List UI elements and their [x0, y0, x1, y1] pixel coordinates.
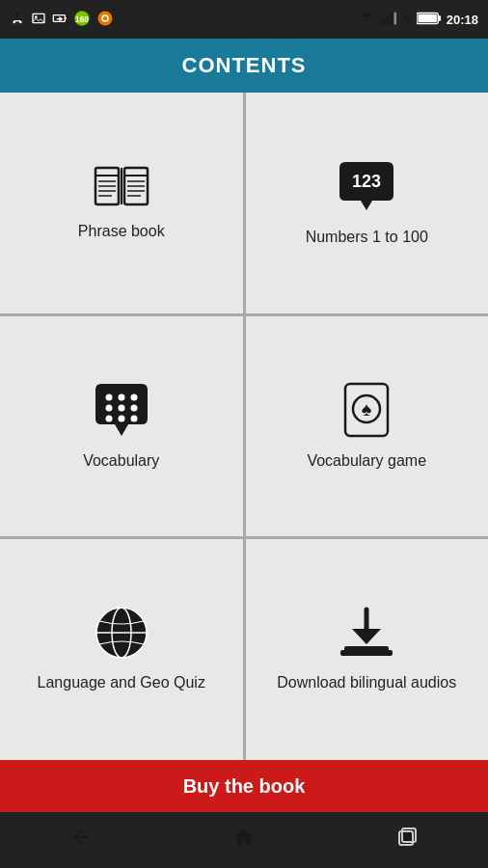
- vocabulary-icon: [94, 382, 149, 438]
- status-bar: 160: [0, 0, 488, 39]
- svg-point-33: [105, 393, 112, 400]
- numbers-label: Numbers 1 to 100: [306, 228, 428, 248]
- nav-bar: [0, 812, 488, 868]
- vocabulary-game-icon: ♠: [341, 382, 392, 438]
- download-icon: [339, 606, 394, 660]
- phrase-book-icon: [94, 164, 149, 208]
- language-geo-icon: [95, 606, 149, 660]
- svg-rect-14: [391, 13, 393, 24]
- svg-rect-5: [65, 16, 66, 19]
- battery-icon: [417, 12, 442, 28]
- battery-saving-icon: [52, 11, 68, 29]
- buy-button[interactable]: Buy the book: [0, 760, 488, 812]
- phrase-book-label: Phrase book: [78, 222, 165, 242]
- back-button[interactable]: [50, 816, 112, 864]
- svg-text:160: 160: [75, 14, 89, 23]
- svg-point-10: [103, 15, 108, 20]
- grid-item-vocabulary[interactable]: Vocabulary: [0, 316, 243, 537]
- image-icon: [31, 11, 46, 29]
- signal-icon: [380, 12, 397, 28]
- vocabulary-game-label: Vocabulary game: [307, 451, 426, 472]
- circle-green-icon: 160: [73, 10, 91, 30]
- usb-icon: [10, 11, 25, 29]
- language-geo-label: Language and Geo Quiz: [38, 673, 205, 693]
- status-bar-left: 160: [10, 10, 114, 30]
- grid-item-language-geo[interactable]: Language and Geo Quiz: [0, 539, 243, 760]
- svg-rect-12: [383, 18, 386, 24]
- svg-point-40: [118, 415, 124, 421]
- grid-item-phrase-book[interactable]: Phrase book: [0, 93, 243, 313]
- svg-rect-50: [340, 650, 393, 656]
- vocabulary-label: Vocabulary: [83, 451, 159, 472]
- orange-circle-icon: [96, 10, 114, 30]
- svg-point-36: [105, 404, 112, 411]
- svg-point-35: [130, 393, 137, 400]
- buy-button-label: Buy the book: [183, 775, 306, 798]
- page-title: CONTENTS: [182, 53, 307, 78]
- status-bar-right: 20:18: [358, 12, 478, 28]
- time: 20:18: [447, 13, 478, 27]
- svg-point-41: [130, 415, 137, 421]
- header: CONTENTS: [0, 39, 488, 93]
- svg-text:♠: ♠: [362, 398, 372, 420]
- svg-rect-11: [380, 20, 383, 24]
- svg-point-34: [118, 393, 124, 400]
- home-button[interactable]: [213, 816, 275, 864]
- wifi-icon: [358, 12, 375, 28]
- svg-point-39: [105, 415, 112, 421]
- flash-icon: [402, 12, 412, 28]
- grid-item-download-audio[interactable]: Download bilingual audios: [246, 539, 489, 760]
- content-grid: Phrase book 123 Numbers 1 to 100: [0, 93, 488, 760]
- download-audio-label: Download bilingual audios: [277, 673, 456, 693]
- svg-rect-18: [418, 14, 437, 21]
- svg-point-37: [118, 404, 124, 411]
- svg-rect-13: [387, 15, 390, 24]
- svg-rect-15: [393, 12, 396, 24]
- recents-button[interactable]: [376, 816, 438, 864]
- svg-text:123: 123: [352, 172, 381, 191]
- numbers-icon: 123: [338, 158, 395, 214]
- svg-point-38: [130, 404, 137, 411]
- grid-item-vocabulary-game[interactable]: ♠ Vocabulary game: [246, 316, 489, 537]
- grid-item-numbers[interactable]: 123 Numbers 1 to 100: [246, 93, 489, 313]
- svg-rect-17: [438, 15, 441, 21]
